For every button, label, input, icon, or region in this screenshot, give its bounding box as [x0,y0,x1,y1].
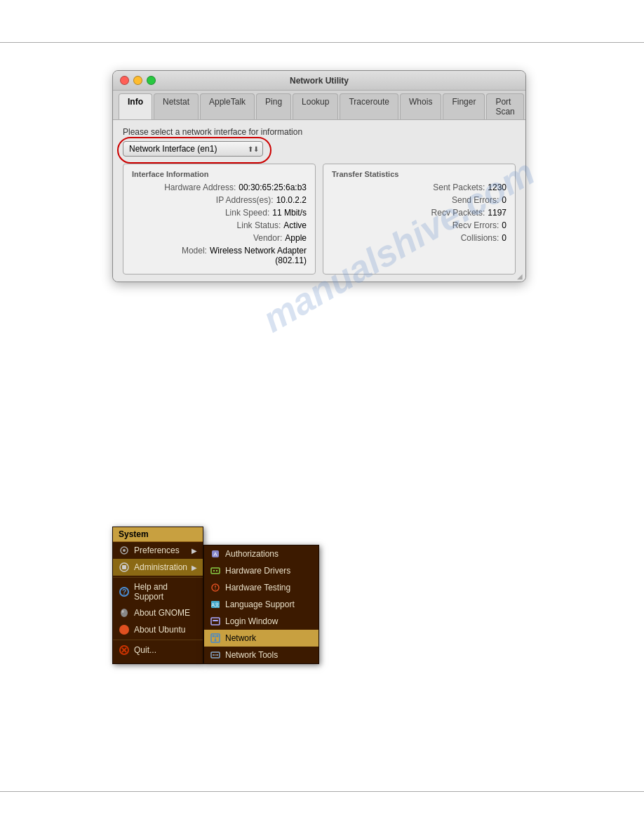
hw-drivers-label: Hardware Drivers [225,566,313,576]
quit-icon [119,644,130,656]
stat-row-recv-errors: Recv Errors: 0 [332,220,507,230]
login-icon [210,616,221,627]
stat-row-collisions: Collisions: 0 [332,233,507,243]
tab-lookup[interactable]: Lookup [293,93,338,119]
maximize-button[interactable] [147,76,156,85]
tab-whois[interactable]: Whois [400,93,441,119]
gnome-icon [119,607,130,618]
svg-point-15 [215,588,216,590]
menu-item-preferences[interactable]: Preferences ▶ [113,542,203,559]
network-tools-icon [210,649,221,661]
speed-value: 11 Mbit/s [272,208,307,218]
info-row-ip: IP Address(es): 10.0.2.2 [132,195,307,205]
status-label: Link Status: [237,220,281,230]
close-button[interactable] [120,76,129,85]
recv-packets-value: 1197 [488,208,507,218]
menu-item-about-gnome[interactable]: About GNOME [113,604,203,621]
about-gnome-label: About GNOME [134,608,197,618]
svg-rect-11 [213,570,215,571]
svg-text:A文: A文 [211,602,220,607]
tab-finger[interactable]: Finger [443,93,485,119]
network-label: Network [225,633,313,643]
svg-point-4 [121,609,128,617]
login-window-label: Login Window [225,616,313,626]
interface-selector-row: Network Interface (en1) Network Interfac… [123,141,263,157]
submenu-item-login-window[interactable]: Login Window [204,613,318,630]
sent-packets-value: 1230 [488,183,507,192]
recv-errors-label: Recv Errors: [452,220,499,230]
hw-drivers-icon [210,565,221,576]
info-row-vendor: Vendor: Apple [132,233,307,243]
interface-dropdown[interactable]: Network Interface (en1) Network Interfac… [123,141,263,157]
info-row-speed: Link Speed: 11 Mbit/s [132,208,307,218]
hardware-addr-value: 00:30:65:25:6a:b3 [239,183,307,192]
resize-handle[interactable]: ◢ [517,272,523,280]
recv-errors-value: 0 [502,220,507,230]
recv-packets-label: Recv Packets: [431,208,485,218]
menu-item-help[interactable]: ? Help and Support [113,579,203,604]
svg-rect-12 [216,570,217,571]
model-value-cont: (802.11) [275,256,307,265]
tab-netstat[interactable]: Netstat [154,93,199,119]
submenu-item-hw-drivers[interactable]: Hardware Drivers [204,562,318,579]
auth-icon: A [210,548,221,560]
titlebar: Network Utility [113,71,525,91]
svg-rect-3 [122,565,126,569]
submenu-item-network-tools[interactable]: Network Tools [204,647,318,663]
info-row-hardware: Hardware Address: 00:30:65:25:6a:b3 [132,183,307,192]
interface-info-title: Interface Information [132,170,307,178]
tab-portscan[interactable]: Port Scan [486,93,523,119]
content-area: Please select a network interface for in… [113,120,525,282]
tab-ping[interactable]: Ping [256,93,291,119]
menu-item-about-ubuntu[interactable]: About Ubuntu [113,621,203,638]
network-icon [210,633,221,644]
hardware-addr-label: Hardware Address: [164,183,236,192]
help-icon: ? [119,586,130,597]
ip-value: 10.0.2.2 [276,195,307,205]
help-label: Help and Support [134,582,197,602]
ip-label: IP Address(es): [216,195,274,205]
menu-item-quit[interactable]: Quit... [113,642,203,658]
submenu-item-authorizations[interactable]: A Authorizations [204,545,318,562]
about-ubuntu-label: About Ubuntu [134,625,197,635]
info-row-status: Link Status: Active [132,220,307,230]
window-controls [120,76,156,85]
system-menu: System Preferences ▶ Administration ▶ [112,527,203,664]
stat-row-recv-packets: Recv Packets: 1197 [332,208,507,218]
sent-packets-label: Sent Packets: [433,183,485,192]
menu-item-administration[interactable]: Administration ▶ [113,559,203,576]
minimize-button[interactable] [133,76,142,85]
tab-traceroute[interactable]: Traceroute [340,93,398,119]
hw-testing-label: Hardware Testing [225,583,313,593]
transfer-stats-box: Transfer Statistics Sent Packets: 1230 S… [323,164,516,274]
transfer-stats-title: Transfer Statistics [332,170,507,178]
tab-info[interactable]: Info [119,93,152,119]
speed-label: Link Speed: [225,208,269,218]
tabs-toolbar: Info Netstat AppleTalk Ping Lookup Trace… [113,91,525,120]
system-menu-header: System [113,527,203,542]
system-menu-area: System Preferences ▶ Administration ▶ [112,527,319,664]
menu-separator-2 [113,640,203,640]
svg-point-1 [123,549,126,552]
preferences-label: Preferences [134,545,192,555]
interface-info-box: Interface Information Hardware Address: … [123,164,316,274]
menu-separator-1 [113,577,203,578]
info-columns: Interface Information Hardware Address: … [123,164,516,274]
svg-point-5 [122,610,124,613]
stat-row-send-errors: Send Errors: 0 [332,195,507,205]
vendor-value: Apple [285,233,307,243]
submenu-item-hw-testing[interactable]: Hardware Testing [204,579,318,596]
svg-rect-19 [213,620,218,621]
preferences-icon [119,545,130,556]
authorizations-label: Authorizations [225,549,313,559]
send-errors-label: Send Errors: [452,195,499,205]
collisions-label: Collisions: [461,233,499,243]
administration-arrow-icon: ▶ [192,564,197,571]
admin-submenu: A Authorizations Hardware Drivers [203,545,319,664]
page-bottom-border [0,791,644,792]
submenu-item-network[interactable]: Network [204,630,318,647]
tab-appletalk[interactable]: AppleTalk [200,93,255,119]
svg-rect-10 [211,568,220,574]
stat-row-sent-packets: Sent Packets: 1230 [332,183,507,192]
submenu-item-language[interactable]: A文 Language Support [204,596,318,613]
